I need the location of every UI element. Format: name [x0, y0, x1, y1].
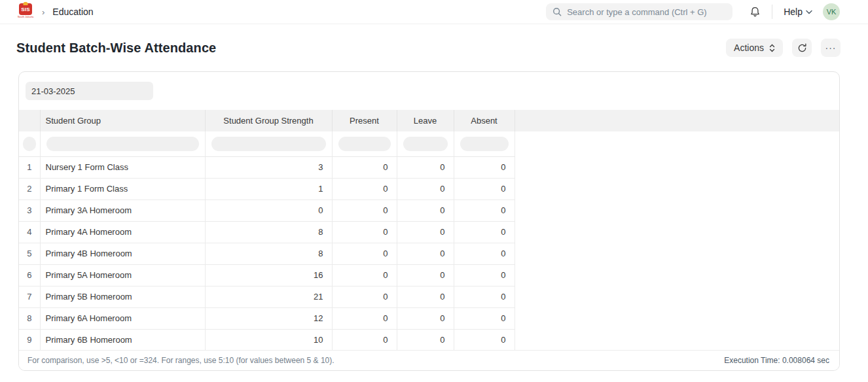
- leave-cell[interactable]: 0: [397, 243, 454, 264]
- header-present[interactable]: Present: [332, 110, 397, 131]
- absent-cell[interactable]: 0: [454, 156, 515, 178]
- row-index-cell: 1: [19, 156, 40, 178]
- strength-cell[interactable]: 8: [205, 243, 332, 264]
- leave-cell[interactable]: 0: [397, 156, 454, 178]
- leave-cell[interactable]: 0: [397, 200, 454, 221]
- absent-cell[interactable]: 0: [454, 200, 515, 221]
- filter-student-group[interactable]: [40, 131, 205, 156]
- present-cell[interactable]: 0: [332, 200, 397, 221]
- leave-cell[interactable]: 0: [397, 329, 454, 351]
- help-label: Help: [784, 7, 803, 17]
- table-row[interactable]: 1 Nursery 1 Form Class 3 0 0 0: [19, 156, 839, 178]
- table-row[interactable]: 9 Primary 6B Homeroom 10 0 0 0: [19, 329, 839, 351]
- leave-cell[interactable]: 0: [397, 286, 454, 307]
- header-index-cell: [19, 110, 40, 131]
- leave-cell[interactable]: 0: [397, 221, 454, 243]
- student-group-cell[interactable]: Primary 4B Homeroom: [40, 243, 205, 264]
- absent-cell[interactable]: 0: [454, 286, 515, 307]
- table-row[interactable]: 5 Primary 4B Homeroom 8 0 0 0: [19, 243, 839, 264]
- student-group-cell[interactable]: Primary 1 Form Class: [40, 178, 205, 200]
- row-filler: [515, 200, 839, 221]
- bell-icon: [750, 6, 761, 18]
- student-group-cell[interactable]: Primary 6B Homeroom: [40, 329, 205, 351]
- strength-cell[interactable]: 1: [205, 178, 332, 200]
- strength-cell[interactable]: 16: [205, 264, 332, 286]
- row-index-cell: 7: [19, 286, 40, 307]
- table-row[interactable]: 2 Primary 1 Form Class 1 0 0 0: [19, 178, 839, 200]
- student-group-cell[interactable]: Nursery 1 Form Class: [40, 156, 205, 178]
- absent-cell[interactable]: 0: [454, 307, 515, 329]
- strength-cell[interactable]: 12: [205, 307, 332, 329]
- table-row[interactable]: 3 Primary 3A Homeroom 0 0 0 0: [19, 200, 839, 221]
- present-cell[interactable]: 0: [332, 264, 397, 286]
- table-row[interactable]: 4 Primary 4A Homeroom 8 0 0 0: [19, 221, 839, 243]
- table-row[interactable]: 8 Primary 6A Homeroom 12 0 0 0: [19, 307, 839, 329]
- strength-cell[interactable]: 21: [205, 286, 332, 307]
- header-absent[interactable]: Absent: [454, 110, 515, 131]
- row-index-cell: 9: [19, 329, 40, 351]
- search-icon: [552, 7, 562, 16]
- present-cell[interactable]: 0: [332, 329, 397, 351]
- notifications-bell-button[interactable]: [750, 6, 761, 18]
- actions-dropdown-button[interactable]: Actions: [726, 39, 783, 57]
- page-head: Student Batch-Wise Attendance Actions ··…: [0, 24, 868, 71]
- refresh-icon: [797, 43, 807, 53]
- student-group-cell[interactable]: Primary 5A Homeroom: [40, 264, 205, 286]
- student-group-cell[interactable]: Primary 6A Homeroom: [40, 307, 205, 329]
- leave-cell[interactable]: 0: [397, 264, 454, 286]
- present-cell[interactable]: 0: [332, 243, 397, 264]
- filter-absent[interactable]: [454, 131, 515, 156]
- user-avatar[interactable]: VK: [823, 3, 840, 20]
- filter-index-cell[interactable]: [19, 131, 40, 156]
- absent-cell[interactable]: 0: [454, 264, 515, 286]
- absent-cell[interactable]: 0: [454, 329, 515, 351]
- filter-present[interactable]: [332, 131, 397, 156]
- strength-cell[interactable]: 0: [205, 200, 332, 221]
- present-cell[interactable]: 0: [332, 286, 397, 307]
- absent-cell[interactable]: 0: [454, 178, 515, 200]
- header-student-group[interactable]: Student Group: [40, 110, 205, 131]
- filter-strength[interactable]: [205, 131, 332, 156]
- search-placeholder: Search or type a command (Ctrl + G): [567, 7, 707, 17]
- column-filter-row: [19, 131, 839, 156]
- strength-cell[interactable]: 8: [205, 221, 332, 243]
- present-cell[interactable]: 0: [332, 307, 397, 329]
- present-cell[interactable]: 0: [332, 178, 397, 200]
- menu-dots-button[interactable]: ···: [821, 39, 841, 57]
- navbar-divider: [772, 5, 772, 19]
- select-chevrons-icon: [769, 44, 775, 52]
- card-footer: For comparison, use >5, <10 or =324. For…: [19, 350, 839, 370]
- absent-cell[interactable]: 0: [454, 243, 515, 264]
- help-menu-button[interactable]: Help: [784, 7, 812, 17]
- leave-cell[interactable]: 0: [397, 307, 454, 329]
- leave-cell[interactable]: 0: [397, 178, 454, 200]
- filter-leave[interactable]: [397, 131, 454, 156]
- present-cell[interactable]: 0: [332, 156, 397, 178]
- strength-cell[interactable]: 3: [205, 156, 332, 178]
- table-row[interactable]: 7 Primary 5B Homeroom 21 0 0 0: [19, 286, 839, 307]
- strength-cell[interactable]: 10: [205, 329, 332, 351]
- header-student-group-strength[interactable]: Student Group Strength: [205, 110, 332, 131]
- table-row[interactable]: 6 Primary 5A Homeroom 16 0 0 0: [19, 264, 839, 286]
- row-index-cell: 6: [19, 264, 40, 286]
- row-filler: [515, 178, 839, 200]
- header-leave[interactable]: Leave: [397, 110, 454, 131]
- row-index-cell: 2: [19, 178, 40, 200]
- student-group-cell[interactable]: Primary 3A Homeroom: [40, 200, 205, 221]
- table-header-row: Student Group Student Group Strength Pre…: [19, 110, 839, 131]
- actions-label: Actions: [734, 43, 764, 53]
- student-group-cell[interactable]: Primary 4A Homeroom: [40, 221, 205, 243]
- refresh-button[interactable]: [792, 39, 812, 57]
- school-logo-subtext: South Jakarta: [18, 15, 34, 19]
- present-cell[interactable]: 0: [332, 221, 397, 243]
- date-filter-input[interactable]: [26, 82, 153, 100]
- absent-cell[interactable]: 0: [454, 221, 515, 243]
- breadcrumb-education[interactable]: Education: [52, 7, 93, 17]
- student-group-cell[interactable]: Primary 5B Homeroom: [40, 286, 205, 307]
- global-search-input[interactable]: Search or type a command (Ctrl + G): [546, 3, 732, 20]
- school-logo-icon: SIS: [19, 3, 32, 15]
- report-card: Student Group Student Group Strength Pre…: [18, 71, 840, 371]
- row-filler: [515, 286, 839, 307]
- page-title: Student Batch-Wise Attendance: [16, 41, 216, 56]
- app-logo[interactable]: SIS South Jakarta: [18, 3, 33, 20]
